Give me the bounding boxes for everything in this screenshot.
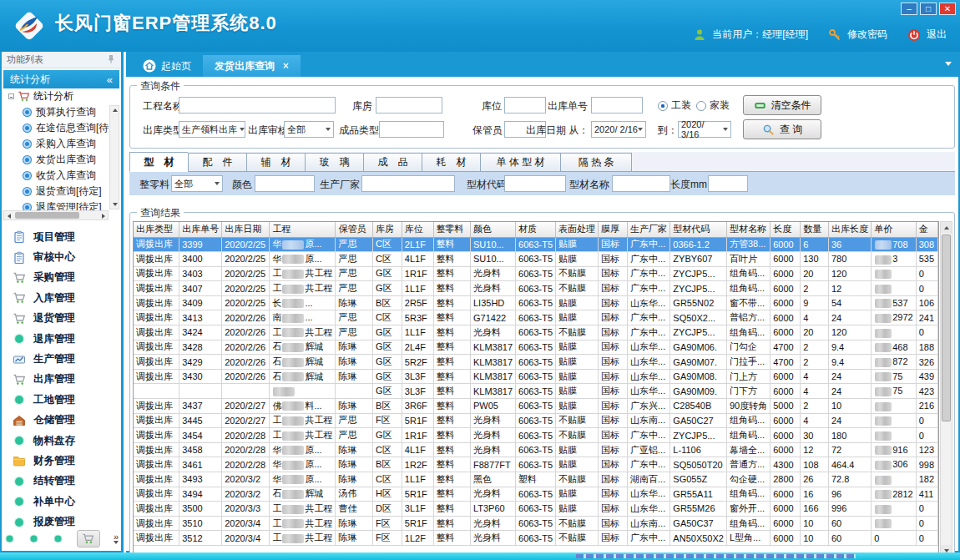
cell[interactable]: L型角...	[726, 531, 770, 546]
cell[interactable]: 2020/2/26	[222, 340, 270, 355]
cell[interactable]: ZYCJP5...	[670, 325, 727, 341]
cell[interactable]: 241	[916, 310, 937, 325]
cell[interactable]: 20	[801, 325, 829, 341]
column-header[interactable]: 表面处理	[556, 222, 599, 237]
cell[interactable]: 广东兴...	[628, 399, 670, 414]
cell[interactable]: 6000	[771, 252, 801, 267]
cell[interactable]: 2972	[872, 310, 916, 325]
cell[interactable]: 0	[916, 325, 937, 341]
cell[interactable]: 不贴膜	[556, 472, 599, 487]
cell[interactable]: 贴膜	[556, 384, 599, 399]
table-row[interactable]: 调拨出库34282020/2/26石辉城陈琳G区2L4F整料KLM3817606…	[134, 340, 938, 355]
cell[interactable]: 佛料...	[270, 399, 336, 414]
cell[interactable]: 780	[828, 252, 871, 267]
cell[interactable]: 调拨出库	[134, 340, 179, 355]
cell[interactable]: 光身料	[470, 413, 515, 428]
column-header[interactable]: 型材代码	[670, 222, 727, 237]
cell[interactable]: 4	[801, 310, 829, 325]
warehouse-input[interactable]	[376, 97, 442, 114]
cell[interactable]: 国标	[599, 502, 628, 517]
cell[interactable]: 180	[828, 428, 871, 443]
show-more-buttons[interactable]: »	[114, 533, 119, 544]
cell[interactable]: 5R2F	[402, 355, 433, 370]
table-row[interactable]: 调拨出库34072020/2/25工共工程严思G区1L1F整料光身料6063-T…	[134, 281, 938, 296]
cell[interactable]: 96	[828, 487, 871, 502]
sidebar-item-物料盘存[interactable]: 物料盘存	[2, 431, 121, 451]
cell[interactable]: 窗外开...	[726, 502, 770, 517]
cell[interactable]: 普铝方...	[726, 310, 770, 325]
cell[interactable]: 0	[916, 428, 937, 443]
tree-horizontal-scrollbar[interactable]	[3, 210, 109, 220]
table-row[interactable]: 调拨出库34452020/2/27工共工程严思F区5R1F整料光身料6063-T…	[134, 413, 938, 428]
cell[interactable]: 整料	[433, 442, 470, 457]
cell[interactable]	[134, 384, 179, 399]
cell[interactable]: GR55A11	[670, 487, 727, 502]
cell[interactable]: GA90M06.	[670, 340, 727, 355]
cell[interactable]: 10	[828, 399, 871, 414]
sidebar-item-审核中心[interactable]: 审核中心	[2, 247, 121, 267]
cell[interactable]: 山东南...	[628, 413, 670, 428]
cell[interactable]: 2020/3/2	[222, 472, 270, 487]
cell[interactable]: 2R5F	[402, 295, 433, 310]
cell[interactable]: 2	[801, 281, 829, 296]
column-header[interactable]: 库位	[402, 222, 433, 237]
cell[interactable]: 308	[916, 237, 937, 252]
sidebar-item-采购管理[interactable]: 采购管理	[2, 268, 121, 288]
cell[interactable]: 130	[801, 252, 829, 267]
cell[interactable]: 整料	[433, 281, 470, 296]
cell[interactable]: 严思	[336, 266, 372, 281]
cell[interactable]: 16	[801, 487, 829, 502]
cell[interactable]: 调拨出库	[134, 281, 179, 296]
cell[interactable]: 2L1F	[402, 237, 433, 252]
cell[interactable]: 门上方	[726, 369, 770, 384]
tree-item[interactable]: 退货查询[待定]	[3, 184, 119, 199]
cell[interactable]: 整料	[433, 355, 470, 370]
cell[interactable]: 调拨出库	[134, 472, 179, 487]
cell[interactable]: 山东华...	[628, 369, 670, 384]
cell[interactable]: PW05	[470, 399, 515, 414]
cell[interactable]: 国标	[599, 487, 628, 502]
cell[interactable]: G区	[372, 369, 402, 384]
cell[interactable]: 6063-T5	[516, 428, 556, 443]
cell[interactable]: 5R1F	[402, 516, 433, 531]
cell[interactable]: 1R2F	[402, 457, 433, 472]
cell[interactable]: 4	[801, 369, 829, 384]
cell[interactable]: 3399	[179, 237, 222, 252]
material-tab[interactable]: 型 材	[129, 152, 188, 172]
cell[interactable]	[872, 325, 916, 341]
cell[interactable]: 陈琳	[336, 295, 372, 310]
cell[interactable]: 组角码...	[726, 281, 770, 296]
cell[interactable]: 120	[828, 266, 871, 281]
column-header[interactable]: 单价	[872, 222, 916, 237]
cell[interactable]: GA90M07.	[670, 355, 727, 370]
cell[interactable]	[872, 266, 916, 281]
tree-item[interactable]: 在途信息查询[待	[3, 120, 119, 136]
radio-jiazhuang[interactable]: 家装	[696, 98, 730, 113]
cell[interactable]: 调拨出库	[134, 487, 179, 502]
cell[interactable]: 光身料	[470, 281, 515, 296]
dot-icon[interactable]	[28, 533, 39, 544]
cell[interactable]: 464.4	[828, 457, 871, 472]
column-header[interactable]: 工程	[270, 222, 336, 237]
cell[interactable]: 537	[872, 295, 916, 310]
cell[interactable]: 6063-T5	[516, 252, 556, 267]
cell[interactable]	[179, 384, 222, 399]
cell[interactable]: 陈琳	[336, 340, 372, 355]
cell[interactable]: 严思	[336, 413, 372, 428]
cell[interactable]: 12	[828, 281, 871, 296]
cell[interactable]: 0	[916, 502, 937, 517]
cell[interactable]: 不贴膜	[556, 413, 599, 428]
cell[interactable]: 整料	[433, 310, 470, 325]
cell[interactable]: 2020/2/25	[222, 281, 270, 296]
cell[interactable]: 陈琳	[336, 531, 372, 546]
cell[interactable]: 4L1F	[402, 442, 433, 457]
cell[interactable]: 调拨出库	[134, 428, 179, 443]
cell[interactable]: 陈琳	[336, 472, 372, 487]
cell[interactable]: 调拨出库	[134, 369, 179, 384]
cell[interactable]: 国标	[599, 281, 628, 296]
cell[interactable]: ZYCJP5...	[670, 281, 727, 296]
profile-code-input[interactable]	[504, 175, 566, 192]
cell[interactable]: 3R6F	[402, 399, 433, 414]
cell[interactable]: G区	[372, 428, 402, 443]
cell[interactable]: 门下方	[726, 384, 770, 399]
